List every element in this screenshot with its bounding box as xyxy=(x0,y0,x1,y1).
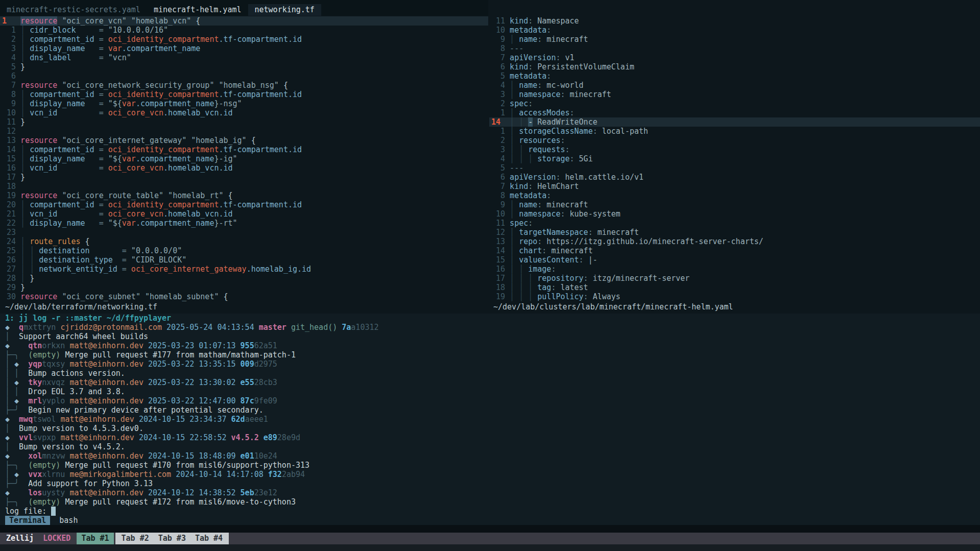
statusline-terraform: ~/dev/lab/terraform/networking.tf xyxy=(5,302,157,312)
code-line: 28 │ } xyxy=(0,274,488,283)
helix-bufferline: minecraft-restic-secrets.yamlminecraft-h… xyxy=(0,0,488,16)
log-line: ◆ vvlsvpxp matt@einhorn.dev 2024-10-15 2… xyxy=(5,433,980,442)
log-line: │ Support aarch64 wheel builds xyxy=(5,332,980,341)
editor-pane-yaml[interactable]: 11 kind: Namespace 10 metadata: 9 │ name… xyxy=(489,16,980,301)
statusline-yaml: ~/dev/lab/clusters/lab/minecraft/minecra… xyxy=(493,302,733,312)
log-line: ◆ qmxttryn cjriddz@protonmail.com 2025-0… xyxy=(5,323,980,332)
buffer-tab-networking.tf[interactable]: networking.tf xyxy=(248,4,321,16)
code-line: 6 xyxy=(0,71,488,81)
log-line: ◆ xolmnzvw matt@einhorn.dev 2024-10-15 1… xyxy=(5,451,980,461)
code-line: 1 │ storageClassName: local-path xyxy=(489,127,980,136)
code-line: 14 │ chart: minecraft xyxy=(489,246,980,255)
log-line: ├─╮ (empty) Merge pull request #170 from… xyxy=(5,461,980,470)
terminal-pane-title: 1: jj log -r ::master ~/d/ffpyplayer xyxy=(5,314,980,323)
code-line: 29 } xyxy=(0,283,488,292)
code-line: 11 } xyxy=(0,117,488,127)
code-line: 10 │ vcn_id = oci_core_vcn.homelab_vcn.i… xyxy=(0,108,488,117)
log-line: ├─╮ (empty) Merge pull request #177 from… xyxy=(5,350,980,360)
buffer-tab-minecraft-restic-secrets.yaml[interactable]: minecraft-restic-secrets.yaml xyxy=(0,4,147,16)
code-line: 10 │ namespace: kube-system xyxy=(489,209,980,219)
log-line: ◆ qtnorkxn matt@einhorn.dev 2025-03-23 0… xyxy=(5,341,980,350)
log-line: │ ◆ mrlyvplo matt@einhorn.dev 2025-03-22… xyxy=(5,396,980,405)
code-line: 24 │ route_rules { xyxy=(0,237,488,246)
code-line: 30 resource "oci_core_subnet" "homelab_s… xyxy=(0,292,488,301)
log-line: │ │ Bump actions version. xyxy=(5,369,980,378)
code-line: 2 │ compartment_id = oci_identity_compar… xyxy=(0,35,488,44)
code-line: 1 │ cidr_block = "10.0.0.0/16" xyxy=(0,26,488,35)
code-line: 25 │ │ destination = "0.0.0.0/0" xyxy=(0,246,488,255)
code-line: 18 xyxy=(0,182,488,191)
code-line: 6 apiVersion: helm.cattle.io/v1 xyxy=(489,173,980,182)
code-line: 4 │ dns_label = "vcn" xyxy=(0,53,488,62)
code-line: 8 metadata: xyxy=(489,191,980,200)
zellij-mode-indicator: LOCKED xyxy=(43,534,70,543)
log-line: │ Bump version to 4.5.3.dev0. xyxy=(5,424,980,433)
code-line: 9 │ name: minecraft xyxy=(489,35,980,44)
code-line: 3 │ display_name = var.compartment_name xyxy=(0,44,488,53)
log-line: │ ◆ yqptqxsy matt@einhorn.dev 2025-03-22… xyxy=(5,360,980,369)
zellij-tab-tab-2[interactable]: Tab #2 xyxy=(117,533,154,544)
log-line: ├─╮ (empty) Merge pull request #172 from… xyxy=(5,497,980,507)
code-line: 26 │ │ destination_type = "CIDR_BLOCK" xyxy=(0,255,488,265)
code-line: 8 │ compartment_id = oci_identity_compar… xyxy=(0,90,488,99)
terminal-tabbar: Terminal bash xyxy=(5,516,980,525)
code-line: 17 │ │ │ repository: itzg/minecraft-serv… xyxy=(489,274,980,283)
code-line: 4 │ │ │ storage: 5Gi xyxy=(489,154,980,163)
terminal-tab-active[interactable]: Terminal xyxy=(5,516,50,525)
code-line: 4 │ name: mc-world xyxy=(489,81,980,90)
log-line: │ ◆ vvxxlrnu me@mirkogalimberti.com 2024… xyxy=(5,470,980,479)
code-line: 7 resource "oci_core_network_security_gr… xyxy=(0,81,488,90)
code-line: 3 │ namespace: minecraft xyxy=(489,90,980,99)
code-line: 27 │ │ network_entity_id = oci_core_inte… xyxy=(0,265,488,274)
code-line: 6 kind: PersistentVolumeClaim xyxy=(489,62,980,71)
terminal-pane[interactable]: 1: jj log -r ::master ~/d/ffpyplayer ◆ q… xyxy=(0,314,980,525)
code-line: 14 │ │ - ReadWriteOnce xyxy=(489,117,980,127)
log-line: ◆ losuysty matt@einhorn.dev 2024-10-12 1… xyxy=(5,488,980,497)
code-line: 5 } xyxy=(0,62,488,71)
editor-pane-terraform[interactable]: 1 resource "oci_core_vcn" "homelab_vcn" … xyxy=(0,16,488,301)
log-line: ├─╯ Begin new primary device after poten… xyxy=(5,405,980,415)
log-line: log file: xyxy=(5,507,980,516)
log-line: │ │ Drop EOL 3.7 and 3.8. xyxy=(5,387,980,396)
log-line: │ Bump version to v4.5.2. xyxy=(5,442,980,451)
code-line: 14 │ compartment_id = oci_identity_compa… xyxy=(0,145,488,154)
code-line: 21 │ vcn_id = oci_core_vcn.homelab_vcn.i… xyxy=(0,209,488,219)
code-line: 16 │ vcn_id = oci_core_vcn.homelab_vcn.i… xyxy=(0,163,488,173)
code-line: 18 │ │ │ tag: latest xyxy=(489,283,980,292)
code-line: 11 kind: Namespace xyxy=(489,16,980,26)
zellij-tab-tab-3[interactable]: Tab #3 xyxy=(154,533,190,544)
code-line: 1 │ accessModes: xyxy=(489,108,980,117)
zellij-inactive-tabs: Tab #2Tab #3Tab #4 xyxy=(115,533,229,544)
code-line: 8 --- xyxy=(489,44,980,53)
code-line: 19 │ │ │ pullPolicy: Always xyxy=(489,292,980,301)
code-line: 23 xyxy=(0,228,488,237)
code-line: 10 metadata: xyxy=(489,26,980,35)
code-line: 13 resource "oci_core_internet_gateway" … xyxy=(0,136,488,145)
code-line: 2 │ resources: xyxy=(489,136,980,145)
zellij-tab-tab-4[interactable]: Tab #4 xyxy=(190,533,227,544)
code-line: 17 } xyxy=(0,173,488,182)
code-line: 12 xyxy=(0,127,488,136)
code-line: 2 spec: xyxy=(489,99,980,108)
zellij-status-bar: ZellijLOCKEDTab #1Tab #2Tab #3Tab #4 xyxy=(0,533,980,544)
zellij-logo: Zellij xyxy=(6,534,34,543)
code-line: 1 resource "oci_core_vcn" "homelab_vcn" … xyxy=(0,16,488,26)
buffer-tab-minecraft-helm.yaml[interactable]: minecraft-helm.yaml xyxy=(147,4,248,16)
code-line: 16 │ │ image: xyxy=(489,265,980,274)
code-line: 20 │ compartment_id = oci_identity_compa… xyxy=(0,200,488,209)
code-line: 7 kind: HelmChart xyxy=(489,182,980,191)
log-line: ├─╯ Add support for Python 3.13 xyxy=(5,479,980,488)
code-line: 15 │ display_name = "${var.compartment_n… xyxy=(0,154,488,163)
code-line: 5 metadata: xyxy=(489,71,980,81)
code-line: 9 │ display_name = "${var.compartment_na… xyxy=(0,99,488,108)
code-line: 9 │ name: minecraft xyxy=(489,200,980,209)
log-line: ◆ mwqtswol matt@einhorn.dev 2024-10-15 2… xyxy=(5,415,980,424)
code-line: 13 │ repo: https://itzg.github.io/minecr… xyxy=(489,237,980,246)
code-line: 19 resource "oci_core_route_table" "home… xyxy=(0,191,488,200)
code-line: 7 apiVersion: v1 xyxy=(489,53,980,62)
code-line: 3 │ │ requests: xyxy=(489,145,980,154)
zellij-tab-tab-1[interactable]: Tab #1 xyxy=(77,533,113,544)
code-line: 22 │ display_name = "${var.compartment_n… xyxy=(0,219,488,228)
code-line: 12 │ targetNamespace: minecraft xyxy=(489,228,980,237)
terminal-tab-bash[interactable] xyxy=(50,516,59,525)
